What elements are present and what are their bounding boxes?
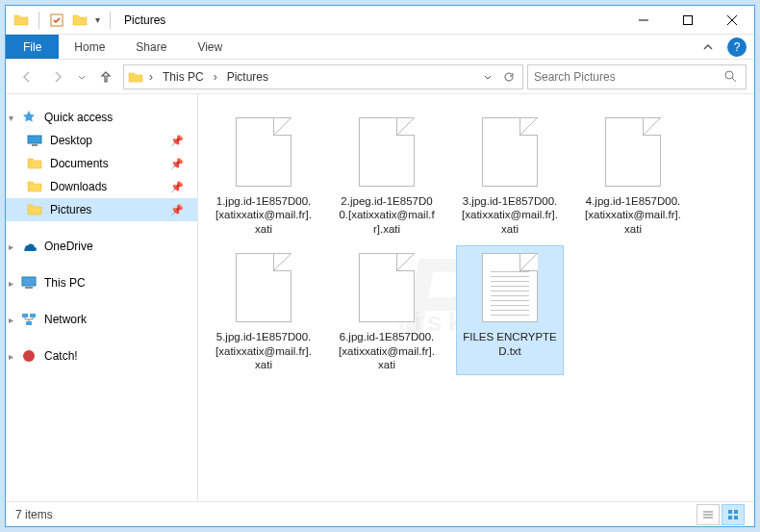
sidebar-item-desktop[interactable]: Desktop 📌 [6,129,197,152]
maximize-button[interactable] [666,6,710,35]
chevron-right-icon[interactable]: › [145,70,157,84]
svg-rect-8 [32,144,38,146]
crumb-thispc[interactable]: This PC [159,70,208,84]
quick-access-group: ▾ Quick access Desktop 📌 Documents 📌 Dow [6,106,197,221]
tab-home[interactable]: Home [59,35,120,59]
crumb-pictures[interactable]: Pictures [223,70,272,84]
chevron-right-icon[interactable]: ▸ [9,351,13,362]
content-pane[interactable]: PC risk.com 1.jpg.id-1E857D00.[xatixxati… [198,94,754,501]
desktop-icon [27,133,42,148]
sidebar-item-onedrive[interactable]: ▸ OneDrive [6,235,197,258]
file-item[interactable]: 2.jpeg.id-1E857D00.[xatixxatix@mail.fr].… [333,110,441,240]
sidebar-item-pictures[interactable]: Pictures 📌 [6,198,197,221]
sidebar-item-catch[interactable]: ▸ Catch! [6,344,197,367]
blank-file-icon [476,114,544,190]
svg-rect-21 [734,516,738,519]
svg-point-5 [725,71,733,79]
titlebar: ▾ Pictures [6,6,754,35]
address-dropdown-icon[interactable] [478,67,497,87]
sidebar-item-label: Documents [50,157,109,170]
star-icon [21,110,37,125]
sidebar-item-label: Pictures [50,203,91,216]
chevron-right-icon[interactable]: ▸ [9,315,13,325]
search-box[interactable] [527,64,747,89]
file-item[interactable]: 6.jpg.id-1E857D00.[xatixxatix@mail.fr].x… [333,245,441,375]
svg-rect-18 [728,510,732,514]
folder-icon [13,13,29,28]
blank-file-icon [353,114,420,190]
tab-view[interactable]: View [182,35,238,59]
file-item[interactable]: FILES ENCRYPTED.txt [456,245,564,375]
chevron-right-icon[interactable]: ▸ [9,278,13,289]
chevron-right-icon[interactable]: ▸ [9,241,13,252]
file-name: 5.jpg.id-1E857D00.[xatixxatix@mail.fr].x… [214,330,314,371]
minimize-button[interactable] [621,6,666,35]
collapse-ribbon-icon[interactable] [697,36,720,59]
back-button[interactable] [13,63,40,90]
blank-file-icon [353,249,420,326]
search-input[interactable] [534,70,721,84]
window-controls [621,6,754,35]
svg-point-14 [23,350,35,362]
blank-file-icon [599,114,667,190]
refresh-icon[interactable] [499,67,519,87]
svg-rect-20 [728,516,732,519]
ribbon-right: ? [697,35,754,59]
sidebar: ▾ Quick access Desktop 📌 Documents 📌 Dow [6,94,198,501]
sidebar-quick-access[interactable]: ▾ Quick access [6,106,197,129]
view-switcher [697,504,745,525]
icons-view-button[interactable] [722,504,745,525]
file-tab[interactable]: File [6,35,59,59]
forward-button[interactable] [44,63,71,90]
close-button[interactable] [710,6,754,35]
window-title: Pictures [124,13,165,27]
address-bar[interactable]: › This PC › Pictures [123,64,523,89]
file-name: 2.jpeg.id-1E857D00.[xatixxatix@mail.fr].… [337,194,437,236]
sidebar-item-label: OneDrive [44,240,93,253]
file-item[interactable]: 1.jpg.id-1E857D00.[xatixxatix@mail.fr].x… [210,110,317,240]
folder-icon[interactable] [72,13,88,28]
svg-rect-19 [734,510,738,514]
chevron-right-icon[interactable]: › [210,70,221,84]
search-icon[interactable] [721,67,740,87]
sidebar-item-label: Catch! [44,349,78,363]
file-name: 4.jpg.id-1E857D00.[xatixxatix@mail.fr].x… [583,194,683,236]
sidebar-item-label: Desktop [50,134,92,147]
pin-icon: 📌 [170,135,184,147]
file-item[interactable]: 4.jpg.id-1E857D00.[xatixxatix@mail.fr].x… [579,110,687,240]
pin-icon: 📌 [170,158,184,170]
navbar: › This PC › Pictures [6,60,754,94]
up-button[interactable] [92,63,119,90]
sidebar-item-label: Downloads [50,180,107,193]
file-item[interactable]: 3.jpg.id-1E857D00.[xatixxatix@mail.fr].x… [456,110,564,240]
tab-share[interactable]: Share [120,35,182,59]
sidebar-item-network[interactable]: ▸ Network [6,308,197,331]
sidebar-item-thispc[interactable]: ▸ This PC [6,271,197,294]
sidebar-item-downloads[interactable]: Downloads 📌 [6,175,197,198]
svg-rect-11 [22,314,28,317]
folder-icon [128,69,143,85]
catch-group: ▸ Catch! [6,344,197,367]
separator [38,12,39,29]
properties-icon[interactable] [49,13,64,28]
file-name: 6.jpg.id-1E857D00.[xatixxatix@mail.fr].x… [337,330,437,371]
text-file-icon [476,249,544,326]
ribbon-tabs: File Home Share View ? [6,35,754,60]
sidebar-item-documents[interactable]: Documents 📌 [6,152,197,175]
file-item[interactable]: 5.jpg.id-1E857D00.[xatixxatix@mail.fr].x… [210,245,317,375]
titlebar-left: ▾ Pictures [6,12,165,29]
network-group: ▸ Network [6,308,197,331]
chevron-down-icon[interactable]: ▾ [9,113,13,123]
network-icon [21,312,37,327]
details-view-button[interactable] [697,504,720,525]
help-icon[interactable]: ? [727,38,747,57]
file-name: 3.jpg.id-1E857D00.[xatixxatix@mail.fr].x… [460,194,560,236]
pin-icon: 📌 [170,181,184,193]
body: ▾ Quick access Desktop 📌 Documents 📌 Dow [6,94,754,501]
file-grid: 1.jpg.id-1E857D00.[xatixxatix@mail.fr].x… [210,110,743,375]
sidebar-item-label: This PC [44,276,86,290]
svg-rect-2 [684,15,693,24]
recent-dropdown-icon[interactable] [75,63,89,90]
blank-file-icon [230,114,297,190]
qat-overflow-icon[interactable]: ▾ [95,14,100,25]
